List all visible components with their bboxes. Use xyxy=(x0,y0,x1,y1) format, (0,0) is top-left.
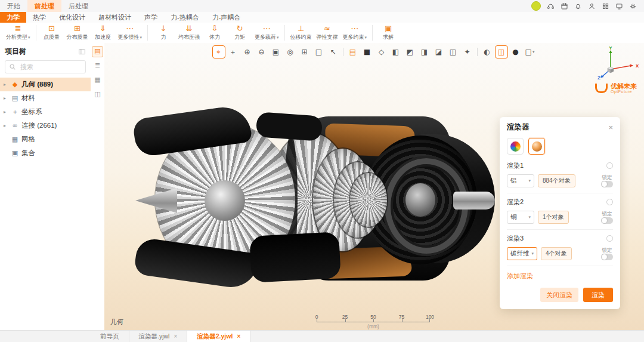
distributed-mass-button[interactable]: ⊞ 分布质量 xyxy=(64,23,91,42)
tab-file-renderer[interactable]: 渲染器.yjwl × xyxy=(129,331,188,342)
lock-toggle[interactable] xyxy=(601,217,613,224)
tree-item-material[interactable]: ▸ ▤ 材料 xyxy=(0,91,91,105)
section-options-icon[interactable] xyxy=(606,162,613,169)
front-view-icon[interactable]: ◧ xyxy=(389,45,402,58)
monitor-icon[interactable] xyxy=(615,2,623,10)
magic-wand-icon[interactable]: ✦ xyxy=(461,45,474,58)
tree-item-sets[interactable]: ▣ 集合 xyxy=(0,146,91,160)
axes-triad[interactable]: Y X Z xyxy=(597,45,639,80)
two-side-view-icon[interactable]: ◫ xyxy=(447,45,460,58)
renderer-title: 渲染器 xyxy=(507,122,530,133)
tree-item-coordinate-system[interactable]: ▸ ＋ 坐标系 xyxy=(0,105,91,119)
view-grid-icon[interactable]: ⊞ xyxy=(298,45,311,58)
lock-label: 锁定 xyxy=(602,211,612,216)
close-icon[interactable]: × xyxy=(174,333,177,340)
tree-item-label: 连接 (2661) xyxy=(21,121,57,130)
material-value: 铝 xyxy=(510,177,517,185)
tab-preprocess[interactable]: 前处理 xyxy=(27,0,61,12)
tree-item-mesh[interactable]: ▦ 网格 xyxy=(0,133,91,146)
more-constraints-button[interactable]: ⋯ 更多约束▾ xyxy=(340,23,370,42)
tab-welcome-page[interactable]: 前导页 xyxy=(91,331,129,342)
lock-toggle[interactable] xyxy=(601,181,613,187)
top-view-icon[interactable]: ◩ xyxy=(404,45,417,58)
user-avatar[interactable] xyxy=(531,1,541,11)
more-inertia-button[interactable]: ⋯ 更多惯性▾ xyxy=(116,23,145,42)
force-button[interactable]: ↓ 力 xyxy=(151,23,176,42)
shaded-mode-icon[interactable]: ● xyxy=(509,45,522,58)
color-mode-button[interactable] xyxy=(507,138,524,155)
tab-postprocess[interactable]: 后处理 xyxy=(61,0,95,12)
object-count-badge: 884个对象 xyxy=(538,174,575,187)
menu-acoustics[interactable]: 声学 xyxy=(138,12,164,23)
settings-gear-icon[interactable] xyxy=(629,2,637,10)
menu-mechanics[interactable]: 力学 xyxy=(0,12,26,23)
mesh-panel-icon[interactable]: ▦ xyxy=(92,75,103,86)
collapse-panel-icon[interactable] xyxy=(78,48,86,56)
menu-optimization[interactable]: 优化设计 xyxy=(52,12,92,23)
uniform-pressure-button[interactable]: ⇊ 均布压强 xyxy=(176,23,202,42)
iso-view-icon[interactable]: ◇ xyxy=(375,45,388,58)
analysis-type-button[interactable]: ≣ 分析类型▾ xyxy=(4,23,33,42)
zoom-out-icon[interactable]: ⊖ xyxy=(255,45,268,58)
menu-thermal[interactable]: 热学 xyxy=(26,12,52,23)
close-render-button[interactable]: 关闭渲染 xyxy=(540,288,578,302)
tab-file-renderer2[interactable]: 渲染器2.yjwl × xyxy=(187,331,250,342)
section-plane-icon[interactable]: ◐ xyxy=(481,45,494,58)
pointer-select-icon[interactable]: ↖ xyxy=(327,45,340,58)
headset-icon[interactable] xyxy=(547,2,555,10)
material-select[interactable]: 碳纤维▾ xyxy=(507,247,537,260)
close-icon[interactable]: × xyxy=(237,333,240,340)
material-select[interactable]: 铜▾ xyxy=(507,211,534,224)
move-tool-icon[interactable]: ＋ xyxy=(227,45,240,58)
apps-grid-icon[interactable] xyxy=(602,2,609,10)
solve-button[interactable]: ▣ 求解 xyxy=(376,23,401,42)
lock-toggle[interactable] xyxy=(601,254,613,260)
add-render-link[interactable]: 添加渲染 xyxy=(507,272,613,281)
zoom-in-icon[interactable]: ⊕ xyxy=(241,45,254,58)
section-options-icon[interactable] xyxy=(606,199,613,205)
displacement-constraint-button[interactable]: ⊥ 位移约束 xyxy=(288,23,314,42)
renderer-mode-icons xyxy=(507,138,613,155)
search-input[interactable] xyxy=(19,63,82,71)
tree-item-connections[interactable]: ▸ ∞ 连接 (2661) xyxy=(0,119,91,133)
bell-icon[interactable] xyxy=(574,2,582,10)
right-view-icon[interactable]: ◨ xyxy=(418,45,431,58)
viewport-toolbar: ⌖ ＋ ⊕ ⊖ ▣ ◎ ⊞ □ ↖ ▤ ■ ◇ ◧ ◩ ◨ ◪ ◫ ✦ ◐ ◫ … xyxy=(212,45,537,58)
ribbon-group-solve: ▣ 求解 xyxy=(376,23,401,42)
user-icon[interactable] xyxy=(588,2,596,10)
menu-acoustic-mech-coupling[interactable]: 力-声耦合 xyxy=(206,12,247,23)
box-select-icon[interactable]: □ xyxy=(312,45,326,58)
viewport-3d[interactable]: ⌖ ＋ ⊕ ⊖ ▣ ◎ ⊞ □ ↖ ▤ ■ ◇ ◧ ◩ ◨ ◪ ◫ ✦ ◐ ◫ … xyxy=(104,43,644,330)
force-label: 力 xyxy=(161,33,166,41)
close-icon[interactable]: × xyxy=(608,124,613,131)
section-options-icon[interactable] xyxy=(606,235,613,242)
sets-icon: ▣ xyxy=(11,149,19,157)
calendar-icon[interactable] xyxy=(561,2,568,10)
zoom-window-icon[interactable]: ▣ xyxy=(270,45,283,58)
material-mode-button[interactable] xyxy=(528,138,545,155)
rotate-view-icon[interactable]: ◎ xyxy=(284,45,297,58)
menu-thermo-mech-coupling[interactable]: 力-热耦合 xyxy=(164,12,206,23)
acceleration-button[interactable]: ⇓ 加速度 xyxy=(91,23,116,42)
outline-panel-icon[interactable]: ≣ xyxy=(92,60,103,72)
model-panel-icon[interactable]: ▤ xyxy=(92,46,103,57)
appearance-panel-icon[interactable]: ▤ xyxy=(346,45,360,58)
menu-metamaterial[interactable]: 超材料设计 xyxy=(92,12,138,23)
views-panel-icon[interactable]: ◫ xyxy=(92,89,103,100)
pan-tool-icon[interactable]: ⌖ xyxy=(212,45,225,58)
material-select[interactable]: 铝▾ xyxy=(507,174,534,187)
tree-item-geometry[interactable]: ▸ ◆ 几何 (889) xyxy=(0,78,91,91)
moment-button[interactable]: ↻ 力矩 xyxy=(227,23,252,42)
point-mass-button[interactable]: ⊡ 点质量 xyxy=(39,23,64,42)
render-section-1: 渲染1 铝▾ 884个对象 锁定 xyxy=(507,157,613,193)
logo-subname: OptFuture xyxy=(611,90,637,94)
tab-start[interactable]: 开始 xyxy=(0,0,27,12)
split-view-icon[interactable]: ◫ xyxy=(495,45,508,58)
solid-view-icon[interactable]: ■ xyxy=(361,45,374,58)
back-view-icon[interactable]: ◪ xyxy=(432,45,445,58)
elastic-support-button[interactable]: ≈ 弹性支撑 xyxy=(314,23,340,42)
more-loads-button[interactable]: ⋯ 更多载荷▾ xyxy=(252,23,281,42)
render-button[interactable]: 渲染 xyxy=(583,288,613,302)
body-force-button[interactable]: ⇩ 体力 xyxy=(202,23,227,42)
wireframe-mode-dropdown[interactable]: □▾ xyxy=(524,45,537,58)
